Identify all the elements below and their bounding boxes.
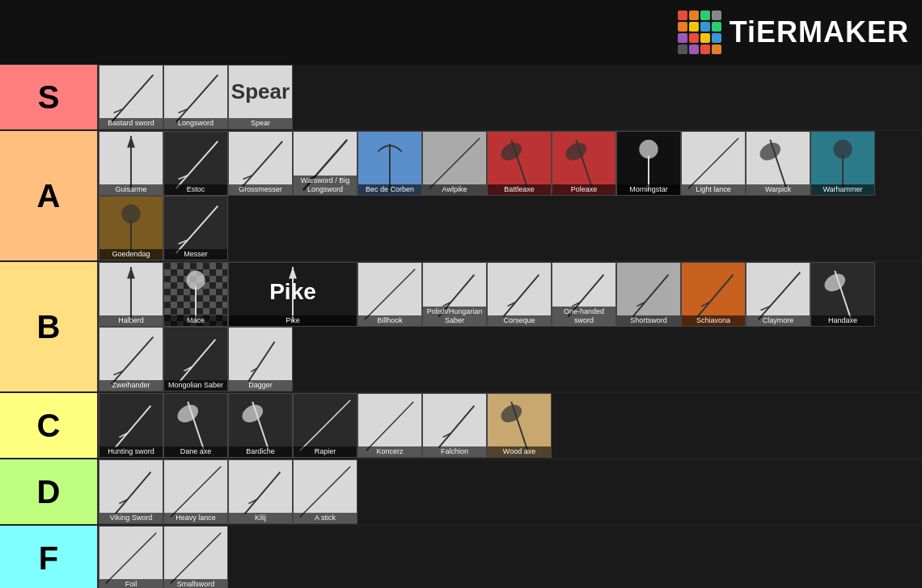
- tier-row-s: S Bastard sword LongswordSpearSpear: [0, 65, 922, 131]
- svg-line-62: [300, 400, 350, 451]
- weapon-item[interactable]: Claymore: [746, 262, 810, 327]
- weapon-item[interactable]: Goedendag: [99, 196, 163, 260]
- weapon-label: Battleaxe: [488, 184, 551, 195]
- weapon-label: Schiavona: [682, 315, 745, 326]
- weapon-item[interactable]: Zweihander: [99, 327, 163, 391]
- weapon-label: Foil: [99, 579, 163, 588]
- weapon-item[interactable]: Falchion: [422, 393, 487, 458]
- tier-label-s: S: [0, 65, 97, 129]
- weapon-item[interactable]: Pike Pike: [228, 262, 357, 327]
- weapon-label: Morningstar: [617, 184, 680, 195]
- svg-line-6: [176, 142, 218, 189]
- weapon-item[interactable]: Awlpike: [422, 131, 487, 196]
- weapon-label: Estoc: [164, 184, 227, 195]
- weapon-label: Warhammer: [811, 184, 874, 195]
- weapon-label: Mace: [164, 315, 227, 326]
- tier-label-b: B: [0, 262, 97, 391]
- svg-point-67: [498, 401, 525, 426]
- weapon-label: Grossmesser: [229, 184, 292, 195]
- tier-row-d: D Viking SwordHeavy lance KilijA stick: [0, 459, 922, 526]
- weapon-item[interactable]: Dane axe: [163, 393, 228, 458]
- weapon-label: Warsword / Big Longsword: [294, 176, 357, 195]
- weapon-item[interactable]: Estoc: [163, 131, 228, 196]
- weapon-item[interactable]: Kilij: [228, 459, 293, 524]
- weapon-label: Awlpike: [423, 184, 486, 195]
- weapon-item[interactable]: Poleaxe: [552, 131, 616, 196]
- tier-content-f: FoilSmallsword: [97, 526, 922, 588]
- svg-point-15: [498, 139, 525, 164]
- svg-marker-5: [127, 136, 135, 148]
- weapon-label: Hunting sword: [99, 446, 163, 457]
- weapon-item[interactable]: SpearSpear: [228, 65, 293, 129]
- weapon-item[interactable]: Bastard sword: [99, 65, 163, 129]
- weapon-label: Koncerz: [358, 446, 421, 457]
- weapon-item[interactable]: Mongolian Saber: [163, 327, 228, 391]
- svg-line-52: [180, 340, 216, 382]
- weapon-label: Zweihander: [99, 380, 163, 391]
- weapon-item[interactable]: One-handed sword: [552, 262, 616, 327]
- weapon-label: Pike: [229, 315, 357, 326]
- weapon-item[interactable]: Foil: [99, 526, 163, 588]
- weapon-item[interactable]: A stick: [293, 459, 357, 524]
- weapon-label: Shortsword: [617, 315, 680, 326]
- weapon-item[interactable]: Handaxe: [810, 262, 875, 327]
- svg-point-59: [175, 401, 201, 426]
- weapon-item[interactable]: Bec de Corben: [357, 131, 422, 196]
- svg-line-38: [504, 275, 539, 317]
- weapon-item[interactable]: Dagger: [228, 327, 293, 391]
- weapon-item[interactable]: Corseque: [487, 262, 552, 327]
- weapon-item[interactable]: Warsword / Big Longsword: [293, 131, 357, 196]
- svg-point-49: [822, 270, 848, 295]
- svg-line-20: [688, 138, 738, 188]
- logo-grid: [678, 11, 721, 54]
- weapon-item[interactable]: Billhook: [357, 262, 422, 327]
- weapon-item[interactable]: Light lance: [681, 131, 746, 196]
- tier-row-c: C Hunting sword Dane axe BardicheRapierK…: [0, 393, 922, 459]
- logo-text: TiERMAKER: [730, 15, 909, 49]
- weapon-item[interactable]: Smallsword: [163, 526, 228, 588]
- svg-line-54: [248, 342, 274, 382]
- weapon-item[interactable]: Rapier: [293, 393, 357, 458]
- tier-row-b: B Halberd MacePike PikeBillhook Polish/H…: [0, 262, 922, 393]
- weapon-item[interactable]: Schiavona: [681, 262, 746, 327]
- weapon-label: One-handed sword: [552, 307, 615, 326]
- svg-line-71: [245, 472, 281, 514]
- weapon-item[interactable]: Koncerz: [357, 393, 422, 458]
- weapon-item[interactable]: Viking Sword: [99, 459, 163, 524]
- weapon-label: Guisarme: [99, 184, 163, 195]
- svg-line-56: [116, 406, 151, 448]
- weapon-item[interactable]: Messer: [163, 196, 228, 260]
- weapon-item[interactable]: Heavy lance: [163, 459, 228, 524]
- weapon-item[interactable]: Warhammer: [810, 131, 875, 196]
- svg-point-22: [757, 139, 784, 164]
- weapon-label: Smallsword: [164, 579, 227, 588]
- weapon-item[interactable]: Mace: [163, 262, 228, 327]
- weapon-label: Falchion: [423, 446, 486, 457]
- weapon-item[interactable]: Hunting sword: [99, 393, 163, 458]
- weapon-item[interactable]: Morningstar: [616, 131, 681, 196]
- weapon-item[interactable]: Battleaxe: [487, 131, 552, 196]
- weapon-item[interactable]: Grossmesser: [228, 131, 293, 196]
- weapon-item[interactable]: Shortsword: [616, 262, 681, 327]
- tier-content-a: Guisarme Estoc Grossmesser Warsword / Bi…: [97, 131, 922, 260]
- weapon-item[interactable]: Bardiche: [228, 393, 293, 458]
- weapon-label: Heavy lance: [164, 513, 227, 523]
- weapon-item[interactable]: Guisarme: [99, 131, 163, 196]
- weapon-item[interactable]: Wood axe: [487, 393, 552, 458]
- weapon-label: Kilij: [229, 513, 292, 523]
- weapon-label: Polish/Hungarian Saber: [423, 307, 486, 326]
- svg-point-24: [833, 140, 852, 159]
- header-bar: TiERMAKER: [0, 0, 922, 65]
- tier-content-d: Viking SwordHeavy lance KilijA stick: [97, 459, 922, 524]
- svg-line-42: [633, 275, 669, 317]
- weapon-item[interactable]: Warpick: [746, 131, 810, 196]
- weapon-item[interactable]: Longsword: [163, 65, 228, 129]
- weapon-label: Dagger: [229, 380, 292, 391]
- svg-point-61: [239, 401, 266, 426]
- weapon-item[interactable]: Polish/Hungarian Saber: [422, 262, 487, 327]
- weapon-label: Corseque: [488, 315, 551, 326]
- weapon-label: Halberd: [99, 315, 163, 326]
- svg-line-73: [300, 467, 350, 517]
- weapon-item[interactable]: Halberd: [99, 262, 163, 327]
- svg-marker-34: [289, 267, 297, 279]
